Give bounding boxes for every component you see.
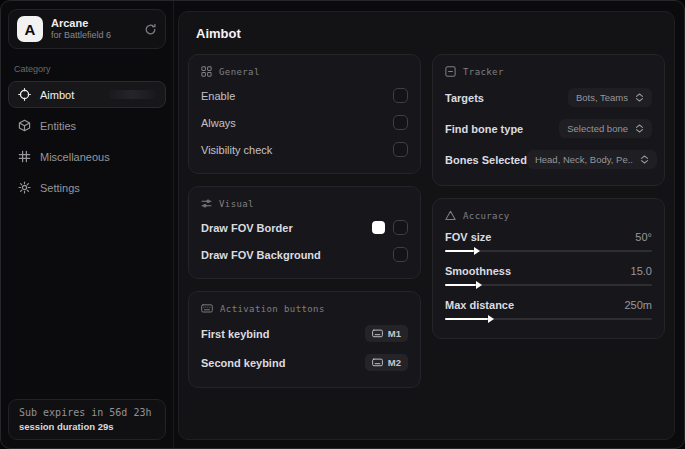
expand-icon	[640, 155, 649, 164]
session-duration-text: session duration 29s	[19, 421, 155, 432]
setting-label: Smoothness	[445, 265, 511, 277]
setting-label: Always	[201, 117, 236, 129]
slider-thumb[interactable]	[474, 247, 480, 255]
keyboard-icon	[372, 329, 383, 338]
left-column: General Enable Always Visibility check	[188, 54, 421, 388]
setting-row-draw-fov-background: Draw FOV Background	[201, 241, 408, 268]
setting-label: Visibility check	[201, 144, 272, 156]
targets-dropdown[interactable]: Bots, Teams	[568, 88, 652, 107]
slider-value: 15.0	[631, 265, 652, 277]
keybind-value: M1	[388, 328, 401, 339]
crosshair-icon	[18, 88, 31, 101]
keyboard-icon	[372, 358, 383, 367]
setting-label: First keybind	[201, 328, 269, 340]
setting-label: Draw FOV Border	[201, 222, 293, 234]
shimmer-highlight	[109, 90, 155, 99]
setting-label: Max distance	[445, 299, 514, 311]
setting-label: Enable	[201, 90, 235, 102]
setting-label: Find bone type	[445, 123, 523, 135]
enable-checkbox[interactable]	[393, 88, 408, 103]
tracker-card: Tracker Targets Bots, Teams Find bone ty…	[432, 54, 665, 186]
card-title: Visual	[219, 199, 254, 209]
setting-label: Targets	[445, 92, 484, 104]
draw-fov-border-checkbox[interactable]	[393, 220, 408, 235]
slider-value: 50°	[635, 231, 652, 243]
bones-selected-dropdown[interactable]: Head, Neck, Body, Pe..	[527, 150, 657, 169]
setting-row-enable: Enable	[201, 82, 408, 109]
setting-label: Second keybind	[201, 357, 285, 369]
sidebar-item-label: Miscellaneous	[40, 151, 110, 163]
brand-name: Arcane	[51, 17, 111, 31]
subscription-info-card: Sub expires in 56d 23h session duration …	[8, 399, 166, 440]
sub-expiry-text: Sub expires in 56d 23h	[19, 407, 155, 418]
always-checkbox[interactable]	[393, 115, 408, 130]
sidebar: A Arcane for Battlefield 6 Category Aimb…	[1, 1, 174, 448]
main-panel: Aimbot General Enable	[178, 11, 675, 440]
setting-row-smoothness: Smoothness 15.0	[445, 260, 652, 286]
expand-icon	[635, 124, 644, 133]
card-title: Accuracy	[463, 211, 510, 221]
slider-thumb[interactable]	[488, 315, 494, 323]
brand-subtitle: for Battlefield 6	[51, 30, 111, 41]
activation-buttons-card: Activation buttons First keybind M1	[188, 291, 421, 388]
card-title: Tracker	[463, 67, 504, 77]
app-window: A Arcane for Battlefield 6 Category Aimb…	[0, 0, 685, 449]
gear-icon	[18, 181, 31, 194]
general-card: General Enable Always Visibility check	[188, 54, 421, 174]
accuracy-card: Accuracy FOV size 50°	[432, 198, 665, 339]
triangle-icon	[445, 210, 456, 221]
setting-row-always: Always	[201, 109, 408, 136]
setting-row-targets: Targets Bots, Teams	[445, 82, 652, 113]
setting-row-max-distance: Max distance 250m	[445, 294, 652, 320]
fov-border-color-swatch[interactable]	[372, 221, 385, 234]
sidebar-item-label: Aimbot	[40, 89, 74, 101]
sidebar-item-entities[interactable]: Entities	[8, 112, 166, 139]
card-title: Activation buttons	[220, 304, 325, 314]
slider-thumb[interactable]	[476, 281, 482, 289]
setting-label: FOV size	[445, 231, 491, 243]
setting-row-first-keybind: First keybind M1	[201, 319, 408, 348]
max-distance-slider[interactable]	[445, 318, 652, 320]
sidebar-item-label: Settings	[40, 182, 80, 194]
setting-row-fov-size: FOV size 50°	[445, 226, 652, 252]
brand-card: A Arcane for Battlefield 6	[8, 9, 166, 49]
second-keybind-button[interactable]: M2	[365, 354, 408, 371]
dropdown-value: Head, Neck, Body, Pe..	[535, 154, 633, 165]
right-column: Tracker Targets Bots, Teams Find bone ty…	[432, 54, 665, 339]
card-title: General	[219, 67, 260, 77]
setting-label: Draw FOV Background	[201, 249, 321, 261]
sidebar-item-settings[interactable]: Settings	[8, 174, 166, 201]
first-keybind-button[interactable]: M1	[365, 325, 408, 342]
draw-fov-background-checkbox[interactable]	[393, 247, 408, 262]
find-bone-type-dropdown[interactable]: Selected bone	[559, 119, 652, 138]
keyboard-icon	[201, 303, 213, 314]
setting-row-second-keybind: Second keybind M2	[201, 348, 408, 377]
entities-icon	[18, 119, 31, 132]
tracker-icon	[445, 66, 456, 77]
grid-icon	[18, 150, 31, 163]
setting-row-draw-fov-border: Draw FOV Border	[201, 214, 408, 241]
fov-size-slider[interactable]	[445, 250, 652, 252]
dropdown-value: Bots, Teams	[576, 92, 628, 103]
visual-card: Visual Draw FOV Border Draw FOV Backgrou…	[188, 186, 421, 279]
setting-label: Bones Selected	[445, 154, 527, 166]
category-label: Category	[14, 64, 160, 74]
sidebar-item-miscellaneous[interactable]: Miscellaneous	[8, 143, 166, 170]
setting-row-bones-selected: Bones Selected Head, Neck, Body, Pe..	[445, 144, 652, 175]
sidebar-item-label: Entities	[40, 120, 76, 132]
keybind-value: M2	[388, 357, 401, 368]
brand-text: Arcane for Battlefield 6	[51, 17, 111, 42]
refresh-icon[interactable]	[144, 23, 157, 36]
general-icon	[201, 66, 212, 77]
smoothness-slider[interactable]	[445, 284, 652, 286]
setting-row-find-bone-type: Find bone type Selected bone	[445, 113, 652, 144]
app-logo: A	[17, 16, 43, 42]
page-title: Aimbot	[196, 26, 665, 41]
sidebar-item-aimbot[interactable]: Aimbot	[8, 81, 166, 108]
slider-value: 250m	[624, 299, 652, 311]
sliders-icon	[201, 198, 212, 209]
dropdown-value: Selected bone	[567, 123, 628, 134]
setting-row-visibility-check: Visibility check	[201, 136, 408, 163]
visibility-check-checkbox[interactable]	[393, 142, 408, 157]
expand-icon	[635, 93, 644, 102]
